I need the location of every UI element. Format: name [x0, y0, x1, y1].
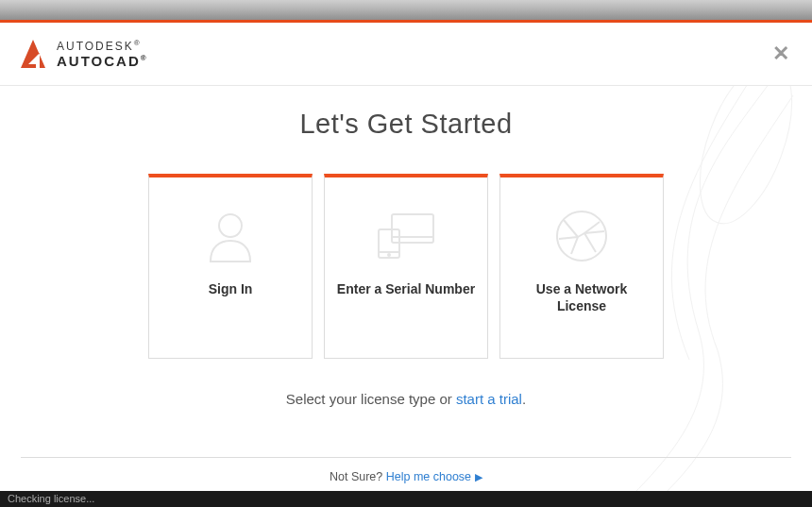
- brand-line2: AUTOCAD®: [57, 54, 148, 68]
- network-globe-icon: [554, 204, 609, 268]
- brand-logo: AUTODESK® AUTOCAD®: [19, 38, 148, 70]
- chevron-right-icon: ▶: [475, 471, 482, 482]
- autodesk-logo-icon: [19, 38, 47, 70]
- brand-line1: AUTODESK®: [57, 40, 148, 52]
- status-bar: Checking license...: [0, 491, 812, 507]
- devices-icon: [373, 204, 439, 268]
- svg-point-6: [388, 254, 390, 256]
- status-text: Checking license...: [8, 493, 94, 504]
- option-label: Sign In: [199, 281, 262, 298]
- footer-separator: [21, 457, 791, 458]
- subtext-prefix: Select your license type or: [286, 391, 456, 407]
- start-trial-link[interactable]: start a trial: [456, 391, 522, 407]
- user-icon: [205, 204, 256, 268]
- license-subtext: Select your license type or start a tria…: [0, 391, 812, 407]
- close-button[interactable]: ✕: [772, 42, 789, 66]
- footer: Not Sure? Help me choose▶: [0, 470, 812, 483]
- license-options: Sign In Enter a Serial Number: [0, 174, 812, 359]
- brand-text: AUTODESK® AUTOCAD®: [57, 40, 148, 68]
- option-label: Use a Network License: [500, 281, 663, 314]
- option-serial-number[interactable]: Enter a Serial Number: [324, 174, 488, 359]
- subtext-suffix: .: [522, 391, 526, 407]
- option-label: Enter a Serial Number: [328, 281, 484, 298]
- licensing-dialog: AUTODESK® AUTOCAD® ✕ Let's Get Started: [0, 20, 812, 491]
- page-title: Let's Get Started: [0, 109, 812, 140]
- svg-point-7: [557, 211, 606, 261]
- option-network-license[interactable]: Use a Network License: [499, 174, 664, 359]
- svg-rect-2: [392, 214, 433, 243]
- help-me-choose-link[interactable]: Help me choose▶: [386, 470, 482, 483]
- dialog-content: Let's Get Started Sign In: [0, 86, 812, 491]
- option-sign-in[interactable]: Sign In: [148, 174, 313, 359]
- footer-prefix: Not Sure?: [330, 470, 386, 483]
- svg-point-1: [219, 214, 242, 237]
- window-titlebar: [0, 0, 812, 20]
- dialog-header: AUTODESK® AUTOCAD® ✕: [0, 23, 812, 86]
